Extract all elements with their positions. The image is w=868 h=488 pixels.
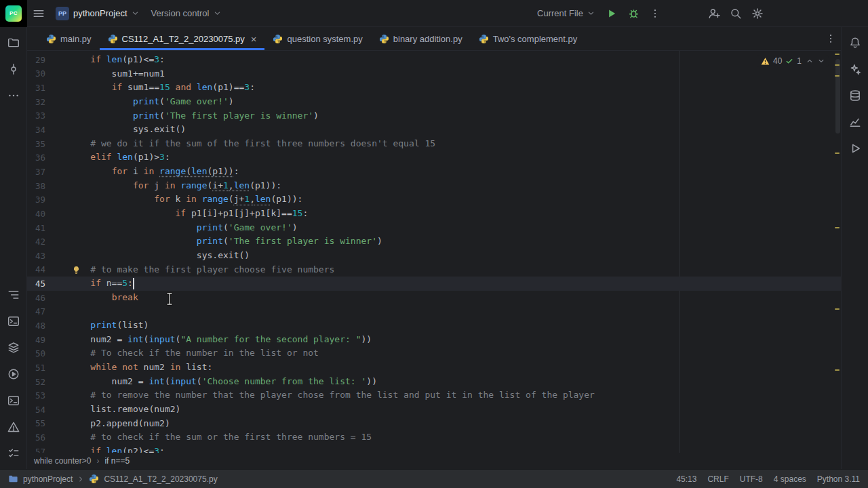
python-packages-button[interactable] [3,338,24,358]
line-number[interactable]: 32 [27,97,69,107]
code-line[interactable]: 53 # to remove the number that the playe… [27,388,841,403]
code-line[interactable]: 54 list.remove(num2) [27,403,841,417]
line-number[interactable]: 57 [27,447,69,453]
breadcrumb-item[interactable]: if n==5 [104,456,130,466]
line-number[interactable]: 39 [27,195,69,205]
warning-stripe-mark[interactable] [835,64,840,66]
code-line[interactable]: 34 sys.exit() [27,123,841,137]
line-number[interactable]: 54 [27,405,69,415]
code-with-me-button[interactable] [705,4,724,23]
code-line[interactable]: 52 num2 = int(input('Choose number from … [27,375,841,389]
inspections-widget[interactable]: 40 1 [757,55,829,67]
services-button[interactable] [3,364,24,384]
commit-button[interactable] [3,59,24,79]
file-encoding[interactable]: UTF-8 [740,474,763,484]
code-line[interactable]: 44 # to make the first player choose fiv… [27,263,841,277]
line-number[interactable]: 41 [27,223,69,233]
breadcrumb-item[interactable]: while counter>0 [34,456,91,466]
structure-button[interactable] [3,285,24,305]
line-number[interactable]: 35 [27,139,69,149]
line-number[interactable]: 52 [27,377,69,387]
line-number[interactable]: 33 [27,110,69,121]
code-line[interactable]: 30 sum1+=num1 [27,67,841,81]
line-number[interactable]: 31 [27,83,69,93]
tab-main-py[interactable]: main.py [38,27,100,50]
line-number[interactable]: 36 [27,152,69,163]
line-number[interactable]: 49 [27,335,69,345]
line-number[interactable]: 46 [27,293,69,303]
code-line[interactable]: 42 print('The first player is winner') [27,235,841,249]
close-tab-icon[interactable]: × [251,34,257,44]
code-line[interactable]: 49 num2 = int(input("A number for the se… [27,333,841,347]
line-number[interactable]: 51 [27,363,69,373]
tab-binary-addition-py[interactable]: binary addition.py [371,27,471,50]
run-button[interactable] [845,138,865,159]
code-line[interactable]: 41 print('Game over!') [27,221,841,235]
nav-file[interactable]: CS112_A1_T2_2_20230075.py [104,474,217,484]
pycharm-logo[interactable]: PC [0,0,27,27]
line-number[interactable]: 55 [27,418,69,428]
notifications-button[interactable] [845,33,865,53]
code-line[interactable]: 51 while not num2 in list: [27,361,841,375]
code-line[interactable]: 32 print('Game over!') [27,95,841,109]
warning-stripe-mark[interactable] [835,75,840,77]
code-line[interactable]: 37 for i in range(len(p1)): [27,165,841,179]
warning-stripe-mark[interactable] [835,369,840,371]
run-configuration-selector[interactable]: Current File [532,5,600,21]
debug-button[interactable] [624,4,643,23]
line-number[interactable]: 42 [27,237,69,247]
line-number[interactable]: 48 [27,321,69,331]
line-number[interactable]: 50 [27,348,69,359]
line-number[interactable]: 44 [27,264,69,274]
code-line[interactable]: 35 # we do it if the sum of the first th… [27,137,841,151]
line-number[interactable]: 40 [27,209,69,219]
line-number[interactable]: 53 [27,390,69,401]
search-everywhere-button[interactable] [726,4,745,23]
code-line[interactable]: 45 if n==5: [27,277,841,291]
code-line[interactable]: 56 # to check if the sum or the first th… [27,430,841,445]
code-line[interactable]: 33 print('The first player is winner') [27,109,841,123]
sciview-button[interactable] [845,112,865,132]
indent-style[interactable]: 4 spaces [774,474,806,484]
code-line[interactable]: 57 if len(p2)<=3: [27,445,841,453]
warning-stripe-mark[interactable] [835,152,840,154]
terminal-button[interactable] [3,390,24,411]
python-interpreter[interactable]: Python 3.11 [817,474,860,484]
code-line[interactable]: 47 [27,305,841,319]
code-line[interactable]: 39 for k in range(j+1,len(p1)): [27,192,841,207]
code-line[interactable]: 46 break [27,291,841,305]
line-number[interactable]: 29 [27,55,69,65]
code-line[interactable]: 48 print(list) [27,319,841,333]
intention-bulb-icon[interactable] [72,265,81,277]
tab-cs112-a1-t2-2-20230075-py[interactable]: CS112_A1_T2_2_20230075.py× [100,27,265,50]
project-button[interactable] [3,33,24,53]
line-separator[interactable]: CRLF [707,474,728,484]
code-line[interactable]: 36 elif len(p1)>3: [27,150,841,165]
database-button[interactable] [845,85,865,106]
line-number[interactable]: 45 [27,279,69,289]
code-line[interactable]: 55 p2.append(num2) [27,417,841,431]
code-line[interactable]: 50 # To check if the number in the list … [27,346,841,361]
version-control-selector[interactable]: Version control [146,5,226,21]
project-selector[interactable]: PP pythonProject [50,4,144,23]
run-button[interactable] [602,4,621,23]
code-line[interactable]: 29 if len(p1)<=3: [27,53,841,67]
more-actions-button[interactable] [646,4,665,23]
warning-stripe-mark[interactable] [835,308,840,310]
cursor-position[interactable]: 45:13 [676,474,696,484]
problems-button[interactable] [3,417,24,437]
previous-problem-button[interactable] [806,58,813,64]
line-number[interactable]: 43 [27,251,69,261]
nav-project[interactable]: pythonProject [23,474,73,484]
settings-button[interactable] [748,4,767,23]
warning-stripe-mark[interactable] [835,227,840,228]
code-editor[interactable]: 29 if len(p1)<=3:30 sum1+=num131 if sum1… [27,51,841,453]
more-button[interactable] [3,85,24,106]
line-number[interactable]: 47 [27,306,69,317]
line-number[interactable]: 37 [27,167,69,177]
main-menu-button[interactable] [29,4,48,23]
line-number[interactable]: 38 [27,181,69,191]
tab-question-system-py[interactable]: question system.py [264,27,370,50]
tab-two-s-complement-py[interactable]: Two's complement.py [471,27,586,50]
python-console-button[interactable] [3,311,24,331]
